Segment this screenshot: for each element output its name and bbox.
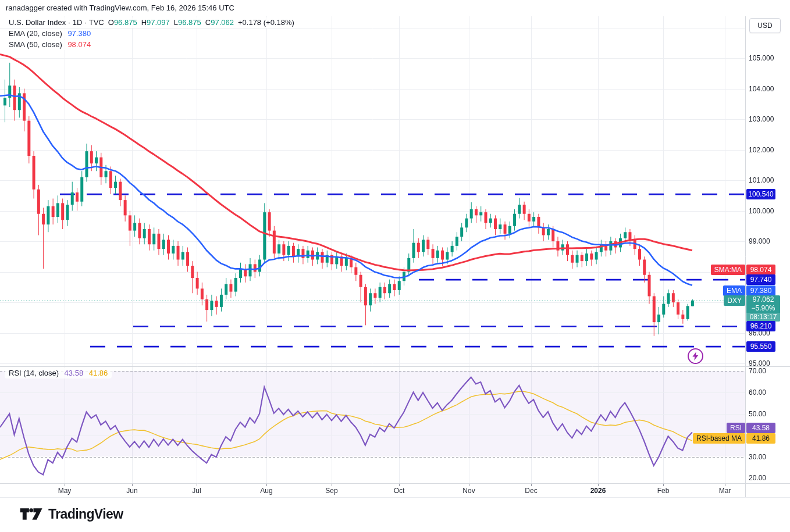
rsi-value-label: 43.58: [746, 423, 775, 433]
price-tick-label: 105.000: [749, 53, 774, 63]
sma-legend-value: 98.074: [67, 40, 91, 49]
high-value: 97.097: [147, 18, 170, 27]
close-value: 97.062: [211, 18, 234, 27]
close-letter: C: [205, 18, 211, 27]
tradingview-chart-page: ranadagger created with TradingView.com,…: [0, 0, 790, 532]
ema-legend-label: EMA (20, close): [9, 29, 62, 38]
month-label: Sep: [325, 486, 337, 495]
price-tick-label: 101.000: [749, 175, 774, 185]
rsi-tick-label: 20.00: [749, 473, 766, 483]
month-label: 2026: [590, 486, 606, 495]
rsi-ma-legend-value: 41.86: [89, 369, 108, 377]
rsi-ma-value-label: 41.86: [746, 433, 775, 444]
currency-usd-button[interactable]: USD: [749, 18, 781, 33]
month-label: Oct: [394, 486, 405, 495]
chart-canvas[interactable]: [0, 0, 790, 532]
month-label: Aug: [260, 486, 272, 495]
price-tick-label: 103.000: [749, 114, 774, 124]
ema-tag: EMA: [723, 285, 745, 296]
open-value: 96.875: [114, 18, 137, 27]
dxy-tag: DXY: [724, 295, 745, 306]
rsi-tick-label: 60.00: [749, 387, 766, 398]
rsi-tick-label: 70.00: [749, 366, 766, 376]
sma-legend-row[interactable]: SMA (50, close) 98.074: [5, 40, 95, 50]
ema-legend-value: 97.380: [67, 29, 91, 38]
rsi-ma-tag: RSI-based MA: [693, 433, 745, 444]
rsi-tick-label: 30.00: [749, 452, 766, 462]
price-tick-label: 100.000: [749, 206, 774, 216]
dxy-change-percent: −5.90%: [746, 304, 780, 313]
month-label: May: [58, 486, 72, 495]
dxy-last-price: 97.062: [746, 295, 780, 304]
tradingview-logo-text: TradingView: [48, 506, 123, 522]
tradingview-logo[interactable]: TradingView: [20, 506, 123, 522]
level-label-100540: 100.540: [746, 189, 775, 199]
rsi-tick-label: 50.00: [749, 409, 766, 419]
level-label-97740: 97.740: [746, 274, 775, 285]
rsi-legend-value: 43.58: [65, 369, 84, 377]
dxy-price-label: 97.062 −5.90% 08:13:17: [746, 295, 780, 322]
lightning-button[interactable]: [688, 348, 703, 364]
rsi-tag: RSI: [727, 423, 745, 433]
chart-legend: U.S. Dollar Index · 1D · TVCO96.875H97.0…: [5, 17, 298, 50]
symbol-legend-row[interactable]: U.S. Dollar Index · 1D · TVCO96.875H97.0…: [5, 17, 298, 28]
month-label: Jun: [126, 486, 137, 495]
dxy-bar-countdown: 08:13:17: [746, 313, 780, 322]
lightning-icon: [692, 352, 699, 360]
low-letter: L: [174, 18, 178, 27]
ema-value-label: 97.380: [746, 285, 775, 296]
price-tick-label: 99.000: [749, 236, 770, 247]
month-label: Jul: [192, 486, 201, 495]
month-label: Feb: [657, 486, 670, 495]
open-letter: O: [108, 18, 114, 27]
rsi-legend-label: RSI (14, close): [9, 369, 59, 377]
price-tick-label: 104.000: [749, 84, 774, 94]
low-value: 96.875: [178, 18, 201, 27]
tradingview-logo-icon: [20, 506, 43, 522]
sma-legend-label: SMA (50, close): [9, 40, 62, 49]
level-label-95550: 95.550: [746, 341, 775, 352]
month-label: Mar: [719, 486, 731, 495]
month-label: Nov: [462, 486, 475, 495]
price-change: +0.178 (+0.18%): [238, 18, 294, 27]
sma-value-label: 98.074: [746, 265, 775, 275]
high-letter: H: [141, 18, 147, 27]
ema-legend-row[interactable]: EMA (20, close) 97.380: [5, 28, 95, 39]
sma-tag: SMA:MA: [711, 265, 745, 275]
symbol-title: U.S. Dollar Index · 1D · TVC: [9, 18, 104, 27]
rsi-legend-row[interactable]: RSI (14, close) 43.58 41.86: [5, 368, 112, 379]
price-tick-label: 102.000: [749, 145, 774, 155]
attribution-text: ranadagger created with TradingView.com,…: [6, 3, 234, 12]
month-label: Dec: [525, 486, 537, 495]
level-label-96210: 96.210: [746, 321, 775, 331]
